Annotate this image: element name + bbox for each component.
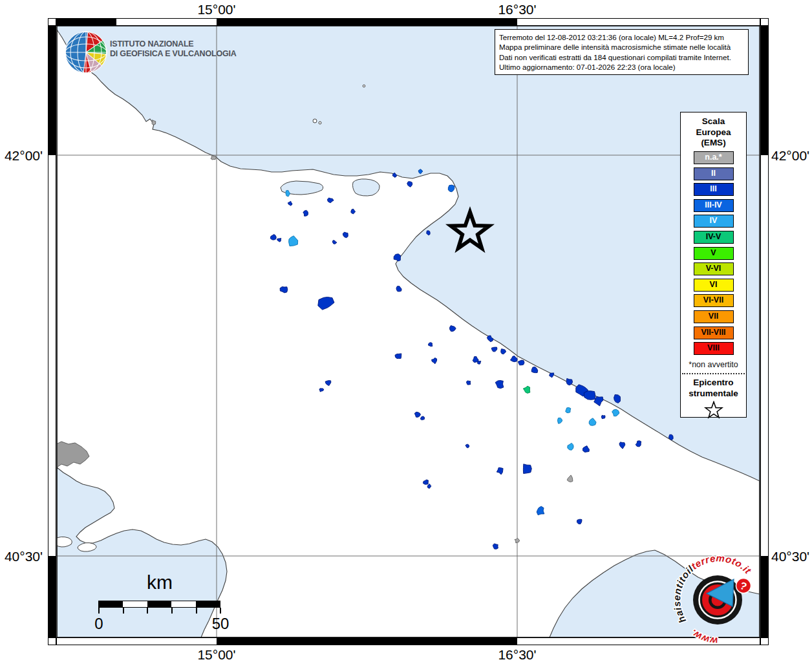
scalebar: [98, 601, 220, 608]
legend-swatch-IV-V: IV-V: [694, 231, 734, 244]
legend-title-line2: Europea: [681, 127, 746, 138]
axis-label-top-15: 15°00': [184, 2, 249, 17]
legend-separator: [682, 373, 745, 374]
info-line-questionnaires: Dati non verificati estratti da 184 ques…: [499, 52, 744, 62]
locality-intensity-III: [477, 361, 481, 364]
scalebar-tick: [220, 608, 221, 614]
legend-swatch-na: n.a.*: [694, 151, 734, 164]
logo-text-black: haisentitoil: [671, 563, 696, 625]
legend-swatch-VI: VI: [694, 279, 734, 292]
axis-label-left-4030: 40°30': [1, 549, 43, 564]
locality-intensity-III: [523, 464, 531, 474]
scalebar-tick: [123, 608, 124, 614]
axis-label-top-1630: 16°30': [485, 2, 550, 17]
locality-intensity-III: [601, 415, 605, 418]
ingv-line1: ISTITUTO NAZIONALE: [110, 39, 237, 49]
axis-label-right-4030: 40°30': [771, 549, 812, 564]
legend-epicenter-star-icon: [702, 401, 725, 422]
legend-swatch-V-VI: V-VI: [694, 262, 734, 275]
legend-swatch-VIII: VIII: [694, 342, 734, 355]
ingv-line2: DI GEOFISICA E VULCANOLOGIA: [110, 49, 237, 59]
frame-corner-tr: [760, 18, 769, 26]
legend-swatch-VII-VIII: VII-VIII: [694, 326, 734, 339]
frame-right: [760, 25, 769, 638]
axis-label-bottom-1630: 16°30': [485, 647, 550, 662]
legend-epicenter-line1: Epicentro: [681, 377, 746, 388]
frame-corner-bl: [48, 637, 56, 645]
scalebar-tick: [171, 608, 173, 614]
legend-swatch-V: V: [694, 247, 734, 260]
locality-intensity-III: [577, 519, 582, 524]
legend-epicenter-label: Epicentro strumentale: [681, 377, 746, 399]
info-line-maptype: Mappa preliminare delle intensità macros…: [499, 42, 744, 52]
ingv-logo-text: ISTITUTO NAZIONALE DI GEOFISICA E VULCAN…: [110, 39, 237, 59]
locality-intensity-III: [493, 544, 498, 549]
axis-label-bottom-15: 15°00': [184, 647, 249, 662]
frame-corner-tl: [48, 18, 56, 26]
axis-label-left-42: 42°00': [1, 148, 43, 164]
locality-intensity-III: [518, 360, 524, 365]
scalebar-tick: [196, 608, 197, 614]
scalebar-start-label: 0: [94, 615, 103, 633]
legend-footnote: *non avvertito: [681, 360, 746, 369]
legend-swatch-IV: IV: [694, 215, 734, 228]
island-tremiti-2: [319, 122, 321, 124]
logo-text-www: www.: [688, 627, 718, 647]
locality-intensity-na: [211, 155, 216, 160]
locality-intensity-IV: [566, 407, 571, 412]
scalebar-end-label: 50: [212, 615, 230, 633]
axis-label-right-42: 42°00': [771, 148, 812, 164]
locality-intensity-III: [466, 381, 471, 385]
legend-title-line3: (EMS): [681, 138, 746, 149]
locality-intensity-III: [420, 416, 424, 420]
scalebar-unit-label: km: [98, 571, 221, 593]
lagoon-varano: [353, 179, 380, 196]
info-line-event: Terremoto del 12-08-2012 03:21:36 (ora l…: [499, 32, 744, 42]
frame-left: [48, 25, 56, 638]
legend-swatch-III: III: [694, 183, 734, 196]
earthquake-info-box: Terremoto del 12-08-2012 03:21:36 (ora l…: [495, 29, 749, 75]
intensity-legend: Scala Europea (EMS) n.a.* II III III-IV …: [680, 112, 747, 418]
macroseismic-map-page: 15°00' 16°30' 15°00' 16°30' 42°00' 40°30…: [0, 0, 812, 662]
legend-title: Scala Europea (EMS): [681, 116, 746, 149]
scalebar-tick: [147, 608, 148, 614]
legend-swatch-VII: VII: [694, 310, 734, 323]
legend-swatch-VI-VII: VI-VII: [694, 294, 734, 307]
legend-title-line1: Scala: [681, 116, 746, 127]
legend-swatch-II: II: [694, 167, 734, 180]
frame-bottom: [56, 637, 760, 645]
locality-intensity-III: [429, 343, 433, 347]
locality-intensity-III: [395, 354, 401, 359]
island-pianosa: [363, 85, 365, 87]
frame-top: [56, 18, 760, 26]
locality-intensity-III: [584, 391, 595, 400]
locality-intensity-III: [566, 378, 572, 385]
legend-epicenter-line2: strumentale: [681, 388, 746, 399]
locality-intensity-III: [414, 412, 420, 417]
ingv-logo-globe: [64, 30, 108, 74]
island-tremiti-1: [313, 119, 317, 123]
info-line-updated: Ultimo aggiornamento: 07-01-2026 22:23 (…: [499, 62, 744, 72]
logo-text-red: terremoto.it: [689, 552, 754, 576]
legend-swatch-III-IV: III-IV: [694, 199, 734, 212]
haisentitoilterremoto-logo: ? haisentitoilterremoto.it www.: [671, 551, 769, 649]
logo-circular-text-www: www.: [688, 627, 718, 647]
scalebar-tick: [98, 608, 100, 614]
